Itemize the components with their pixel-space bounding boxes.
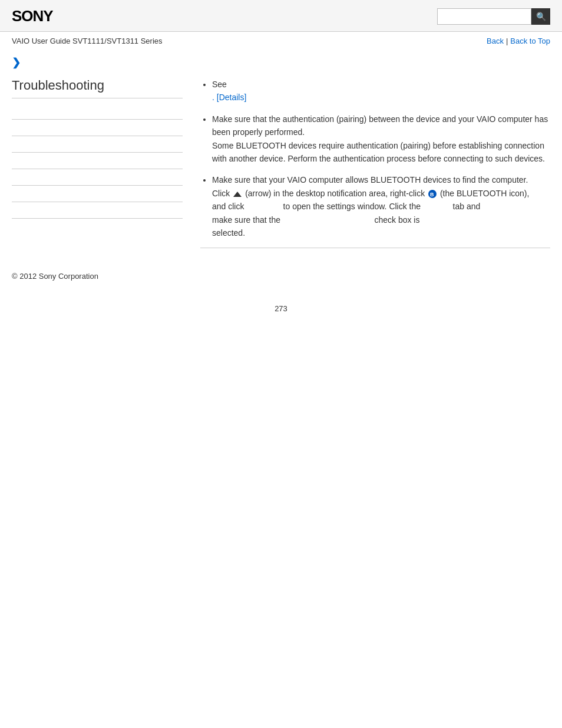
search-icon: 🔍 [536,12,546,21]
details-link[interactable]: . [Details] [212,93,246,102]
bullet2-text2: Some BLUETOOTH devices require authentic… [212,141,545,163]
content-list: See . [Details] Make sure that the authe… [200,78,550,239]
content-divider-bottom [200,248,550,248]
list-item-1: See . [Details] [212,78,550,104]
copyright-text: © 2012 Sony Corporation [12,272,98,281]
bullet3-line2-part1: Click [212,189,230,198]
main-layout: Troubleshooting See . [Details] Make sur… [0,72,562,254]
bullet3-line4-part2: check box is [374,215,419,225]
nav-links: Back | Back to Top [487,37,550,45]
list-item-3: Make sure that your VAIO computer allows… [212,173,550,239]
sidebar: Troubleshooting [12,78,183,248]
sidebar-item-5[interactable] [12,169,183,186]
back-link[interactable]: Back [487,37,504,45]
bullet3-line2-part3: (the BLUETOOTH icon), [440,189,529,198]
bullet3-line3-part3: tab and [453,202,481,211]
bullet3-line5: selected. [212,228,245,238]
arrow-up-icon [233,192,242,197]
footer: © 2012 Sony Corporation [0,254,562,292]
bullet3-line3-part2: to open the settings window. Click the [283,202,421,211]
page-header: SONY 🔍 [0,0,562,32]
sidebar-item-4[interactable] [12,153,183,169]
list-item-2: Make sure that the authentication (pairi… [212,113,550,166]
chevron-row: ❯ [0,50,562,72]
bullet3-line3-part1: and click [212,202,244,211]
back-to-top-link[interactable]: Back to Top [510,37,550,45]
sidebar-title: Troubleshooting [12,78,183,98]
bluetooth-icon [428,190,437,198]
search-button[interactable]: 🔍 [531,8,550,25]
page-number-value: 273 [275,304,287,313]
sidebar-item-7[interactable] [12,202,183,219]
search-input[interactable] [437,8,531,25]
sidebar-item-6[interactable] [12,186,183,202]
chevron-right-icon[interactable]: ❯ [12,57,21,68]
bullet2-text1: Make sure that the authentication (pairi… [212,114,548,137]
nav-separator: | [506,37,508,45]
page-number: 273 [0,292,562,325]
breadcrumb-bar: VAIO User Guide SVT1111/SVT1311 Series B… [0,32,562,50]
sidebar-item-3[interactable] [12,136,183,153]
search-area: 🔍 [437,8,550,25]
guide-title: VAIO User Guide SVT1111/SVT1311 Series [12,37,163,45]
bullet1-text-before: See [212,80,227,89]
bullet3-line2-part2: (arrow) in the desktop notification area… [245,189,425,198]
bullet3-line4-part1: make sure that the [212,215,280,225]
sony-logo: SONY [12,7,53,25]
sidebar-item-2[interactable] [12,120,183,136]
bullet3-line1: Make sure that your VAIO computer allows… [212,175,528,185]
content-area: See . [Details] Make sure that the authe… [194,78,550,248]
sidebar-item-1[interactable] [12,103,183,120]
